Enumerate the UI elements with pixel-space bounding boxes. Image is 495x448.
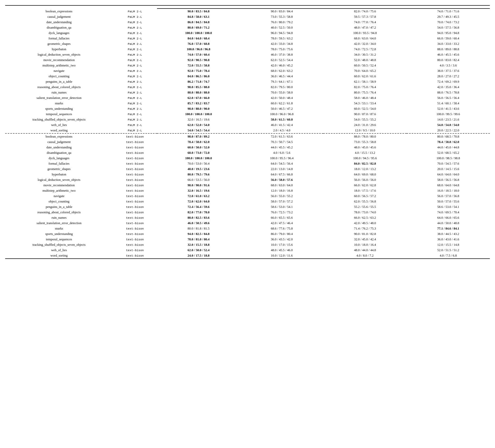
our-acc-cell: 46.0 / 50.5 / 49.6 [157,221,240,226]
table-row: boolean_expressionsPaLM 2-L90.0 / 83.5 /… [5,9,490,14]
empty-acc-cell: 50.0 / 57.0 / 55.6 [407,199,490,204]
scorer-cell: text-bison [113,139,157,145]
step-cell: 90.0 / 83.0 / 84.4 [240,9,324,14]
scorer-cell: text-bison [113,188,157,193]
empty-acc-cell: 70.0 / 74.0 / 73.2 [407,20,490,25]
work-out-cell: 60.0 / 62.0 / 61.6 [323,74,407,79]
our-acc-cell: 80.0 / 79.5 / 79.6 [157,172,240,177]
table-row: logical_deduction_seven_objectsPaLM 2-L7… [5,52,490,57]
scorer-cell: text-bison [113,215,157,221]
our-acc-cell: 40.0 / 19.5 / 23.6 [157,166,240,172]
table-row: ruin_namesPaLM 2-L88.0 / 88.0 / 88.070.0… [5,90,490,95]
table-row: salient_translation_error_detectiontext-… [5,221,490,226]
empty-acc-cell: 36.0 / 43.0 / 41.6 [407,237,490,242]
table-row: temporal_sequencesPaLM 2-L100.0 / 100.0 … [5,112,490,117]
empty-acc-cell: 12.0 / 15.5 / 14.8 [407,242,490,248]
scorer-cell: PaLM 2-L [113,112,157,117]
empty-acc-cell: 74.0 / 69.5 / 70.4 [407,210,490,215]
scorer-cell: PaLM 2-L [113,106,157,112]
table-row: multistep_arithmetic_twotext-bison32.0 /… [5,188,490,193]
our-acc-cell: 88.0 / 88.0 / 88.0 [157,90,240,95]
step-cell: 73.0 / 55.3 / 58.8 [240,14,324,20]
task-cell: penguins_in_a_table [5,204,113,210]
our-acc-cell: 100.0 / 100.0 / 100.0 [157,112,240,117]
empty-acc-cell: 4.0 / 7.5 / 6.8 [407,253,490,259]
empty-acc-cell: 58.0 / 56.5 / 56.8 [407,177,490,183]
scorer-cell: PaLM 2-L [113,101,157,106]
our-acc-cell: 98.0 / 85.5 / 88.0 [157,84,240,90]
table-row: navigatePaLM 2-L92.0 / 75.0 / 78.468.0 /… [5,68,490,74]
task-cell: hyperbaton [5,47,113,52]
step-cell: 2.0 / 4.5 / 4.0 [240,128,324,133]
task-cell: causal_judgement [5,14,113,20]
our-acc-cell: 92.0 / 90.5 / 90.8 [157,57,240,63]
table-row: formal_fallaciesPaLM 2-L84.0 / 64.0 / 68… [5,36,490,41]
work-out-cell: 62.0 / 55.5 / 56.8 [323,199,407,204]
scorer-cell: PaLM 2-L [113,63,157,68]
our-acc-cell: 80.0 / 69.0 / 71.2 [157,25,240,30]
work-out-cell: 54.3 / 53.1 / 53.4 [323,101,407,106]
work-out-cell: 66.0 / 62.0 / 62.8 [323,183,407,188]
task-cell: tracking_shuffled_objects_seven_objects [5,117,113,122]
step-cell: 78.0 / 59.5 / 63.2 [240,36,324,41]
table-row: object_countingtext-bison72.0 / 62.0 / 6… [5,199,490,204]
work-out-cell: 58.0 / 46.0 / 48.4 [323,95,407,101]
task-cell: boolean_expressions [5,133,113,139]
work-out-cell: 48.0 / 45.0 / 45.6 [323,145,407,150]
task-cell: word_sorting [5,253,113,259]
main-container: boolean_expressionsPaLM 2-L90.0 / 83.5 /… [5,5,490,259]
scorer-cell: PaLM 2-L [113,30,157,36]
step-cell: 40.0 / 52.5 / 50.0 [240,25,324,30]
table-row: penguins_in_a_tabletext-bison72.4 / 56.4… [5,204,490,210]
scorer-cell: PaLM 2-L [113,25,157,30]
work-out-cell: 70.0 / 64.0 / 65.2 [323,68,407,74]
table-body: boolean_expressionsPaLM 2-L90.0 / 83.5 /… [5,9,490,259]
task-cell: penguins_in_a_table [5,79,113,84]
scorer-cell: text-bison [113,242,157,248]
table-row: movie_recommendationPaLM 2-L92.0 / 90.5 … [5,57,490,63]
table-row: formal_fallaciestext-bison70.0 / 53.0 / … [5,161,490,166]
our-acc-cell: 32.0 / 16.5 / 19.6 [157,188,240,193]
step-cell: 62.0 / 52.5 / 54.4 [240,57,324,63]
scorer-cell: text-bison [113,248,157,253]
work-out-cell: 73.0 / 55.3 / 58.8 [323,139,407,145]
scorer-cell: text-bison [113,172,157,177]
task-cell: ruin_names [5,215,113,221]
step-cell: 76.0 / 72.5 / 73.2 [240,210,324,215]
scorer-cell: text-bison [113,199,157,204]
empty-acc-cell: 42.0 / 35.0 / 36.4 [407,84,490,90]
our-acc-cell: 85.7 / 83.2 / 83.7 [157,101,240,106]
task-cell: web_of_lies [5,248,113,253]
our-acc-cell: 62.0 / 67.0 / 66.0 [157,95,240,101]
step-cell: 68.0 / 62.0 / 63.2 [240,68,324,74]
our-acc-cell: 72.0 / 62.0 / 64.0 [157,199,240,204]
task-cell: snarks [5,101,113,106]
empty-acc-cell: 72.4 / 69.2 / 69.9 [407,79,490,84]
step-cell: 58.0 / 61.5 / 60.8 [240,117,324,122]
our-acc-cell: 68.0 / 73.0 / 72.0 [157,150,240,156]
task-cell: ruin_names [5,90,113,95]
work-out-cell: 64.0 / 69.0 / 68.0 [323,172,407,177]
our-acc-cell: 62.0 / 50.0 / 52.4 [157,248,240,253]
table-row: web_of_liesPaLM 2-L62.0 / 52.0 / 54.046.… [5,122,490,128]
our-acc-cell: 54.0 / 54.5 / 54.4 [157,128,240,133]
task-cell: web_of_lies [5,122,113,128]
step-cell: 46.0 / 41.5 / 42.4 [240,122,324,128]
step-cell: 76.0 / 80.0 / 79.2 [240,20,324,25]
scorer-cell: text-bison [113,221,157,226]
empty-acc-cell: 64.0 / 66.0 / 65.6 [407,215,490,221]
task-cell: salient_translation_error_detection [5,95,113,101]
step-cell: 79.3 / 64.1 / 67.1 [240,79,324,84]
step-cell: 46.0 / 37.0 / 38.8 [240,52,324,57]
task-cell: dyck_languages [5,156,113,161]
scorer-cell: text-bison [113,166,157,172]
scorer-cell: text-bison [113,150,157,156]
table-row: hyperbatontext-bison80.0 / 79.5 / 79.664… [5,172,490,177]
scorer-cell: PaLM 2-L [113,117,157,122]
step-cell: 44.0 / 45.5 / 45.2 [240,145,324,150]
scorer-cell: PaLM 2-L [113,128,157,133]
work-out-cell: 56.0 / 56.0 / 56.0 [323,177,407,183]
empty-acc-cell: 20.0 / 14.5 / 15.6 [407,166,490,172]
task-cell: date_understanding [5,20,113,25]
work-out-cell: 32.0 / 45.0 / 42.4 [323,237,407,242]
